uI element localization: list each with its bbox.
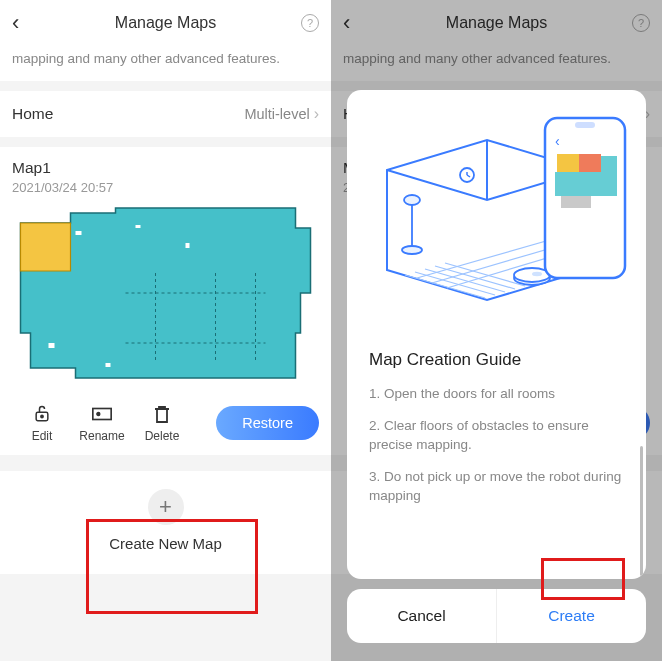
home-label: Home	[12, 105, 53, 123]
edit-icon	[31, 403, 53, 425]
page-title: Manage Maps	[0, 14, 331, 32]
svg-rect-33	[575, 122, 595, 128]
svg-rect-6	[136, 225, 141, 228]
svg-rect-9	[106, 363, 111, 367]
edit-button[interactable]: Edit	[12, 403, 72, 443]
svg-rect-35	[557, 154, 579, 172]
svg-rect-12	[93, 408, 111, 419]
guide-body: Map Creation Guide 1. Open the doors for…	[347, 350, 646, 579]
guide-step: 1. Open the doors for all rooms	[369, 384, 624, 404]
svg-rect-39	[561, 196, 591, 208]
plus-icon: +	[148, 489, 184, 525]
map-card: Map1 2021/03/24 20:57	[0, 147, 331, 455]
svg-line-28	[467, 175, 470, 177]
svg-point-13	[97, 413, 100, 416]
svg-point-24	[404, 195, 420, 205]
map-timestamp: 2021/03/24 20:57	[12, 180, 319, 195]
home-value: Multi-level ›	[244, 105, 319, 123]
delete-button[interactable]: Delete	[132, 403, 192, 443]
svg-line-15	[405, 275, 485, 298]
restore-button[interactable]: Restore	[216, 406, 319, 440]
map-creation-guide-modal: ‹ Map Creation Guide 1. Open the doors f…	[347, 90, 646, 579]
help-icon[interactable]: ?	[301, 14, 319, 32]
svg-point-25	[402, 246, 422, 254]
svg-rect-7	[186, 243, 190, 248]
create-new-map-card[interactable]: + Create New Map	[0, 471, 331, 574]
svg-rect-8	[49, 343, 55, 348]
create-button[interactable]: Create	[497, 589, 646, 643]
map-name: Map1	[12, 159, 319, 177]
map-preview[interactable]	[12, 203, 319, 393]
svg-rect-5	[76, 231, 82, 235]
svg-rect-38	[555, 172, 617, 196]
guide-title: Map Creation Guide	[369, 350, 624, 370]
svg-point-11	[41, 415, 43, 417]
scroll-indicator	[640, 446, 643, 576]
svg-point-31	[532, 272, 542, 276]
svg-text:‹: ‹	[555, 133, 560, 149]
svg-rect-37	[601, 156, 617, 172]
trash-icon	[151, 403, 173, 425]
rename-button[interactable]: Rename	[72, 403, 132, 443]
home-row[interactable]: Home Multi-level ›	[0, 91, 331, 137]
back-icon[interactable]: ‹	[12, 12, 19, 34]
chevron-right-icon: ›	[314, 105, 319, 123]
feature-notice: mapping and many other advanced features…	[0, 46, 331, 81]
modal-actions: Cancel Create	[347, 589, 646, 643]
guide-illustration: ‹	[347, 90, 646, 350]
create-new-map-label: Create New Map	[109, 535, 222, 552]
guide-step: 3. Do not pick up or move the robot duri…	[369, 467, 624, 506]
svg-rect-36	[579, 154, 601, 172]
header: ‹ Manage Maps ?	[0, 0, 331, 46]
map-actions: Edit Rename Delete Restore	[12, 403, 319, 443]
cancel-button[interactable]: Cancel	[347, 589, 497, 643]
guide-step: 2. Clear floors of obstacles to ensure p…	[369, 416, 624, 455]
rename-icon	[91, 403, 113, 425]
